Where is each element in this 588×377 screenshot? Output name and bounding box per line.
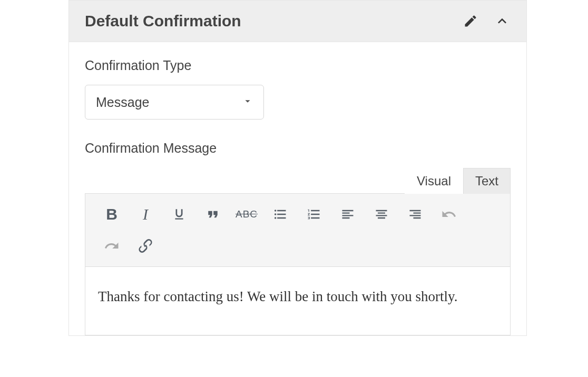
editor-content[interactable]: Thanks for contacting us! We will be in … (85, 267, 511, 335)
redo-button[interactable] (95, 233, 129, 259)
panel-body: Confirmation Type Message Confirmation M… (69, 42, 526, 335)
panel-header: Default Confirmation (69, 1, 526, 42)
link-button[interactable] (129, 233, 162, 259)
italic-button[interactable]: I (129, 201, 162, 227)
edit-icon[interactable] (462, 13, 479, 29)
bold-button[interactable]: B (95, 201, 129, 227)
bullet-list-button[interactable] (263, 201, 297, 227)
align-left-button[interactable] (331, 201, 365, 227)
panel-title: Default Confirmation (85, 12, 241, 30)
blockquote-button[interactable] (196, 201, 230, 227)
numbered-list-button[interactable] (297, 201, 331, 227)
align-center-button[interactable] (365, 201, 398, 227)
strikethrough-button[interactable]: ABC (230, 201, 263, 227)
message-text: Thanks for contacting us! We will be in … (98, 289, 457, 304)
confirmation-message-label: Confirmation Message (85, 141, 511, 156)
header-icons (462, 13, 511, 29)
undo-button[interactable] (432, 201, 466, 227)
underline-button[interactable] (162, 201, 196, 227)
confirmation-panel: Default Confirmation Confirmation Type M… (68, 0, 527, 336)
editor-toolbar: B I ABC (85, 193, 511, 267)
confirmation-type-value: Message (85, 85, 264, 120)
align-right-button[interactable] (398, 201, 432, 227)
chevron-up-icon[interactable] (494, 13, 511, 29)
confirmation-type-select[interactable]: Message (85, 85, 264, 120)
tab-text[interactable]: Text (463, 168, 511, 194)
editor-tabs: Visual Text (85, 167, 511, 193)
tab-visual[interactable]: Visual (405, 168, 463, 194)
confirmation-type-label: Confirmation Type (85, 58, 511, 73)
